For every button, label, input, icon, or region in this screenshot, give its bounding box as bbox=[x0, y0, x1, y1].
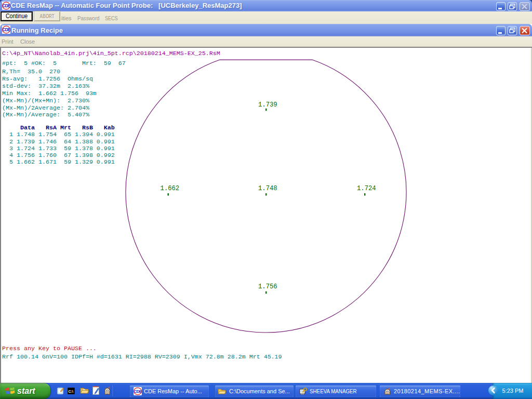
svg-text:CDE: CDE bbox=[3, 3, 10, 8]
svg-text:CDE: CDE bbox=[3, 27, 10, 32]
svg-text:CDE: CDE bbox=[134, 389, 142, 394]
svg-text:C:\: C:\ bbox=[69, 390, 73, 393]
